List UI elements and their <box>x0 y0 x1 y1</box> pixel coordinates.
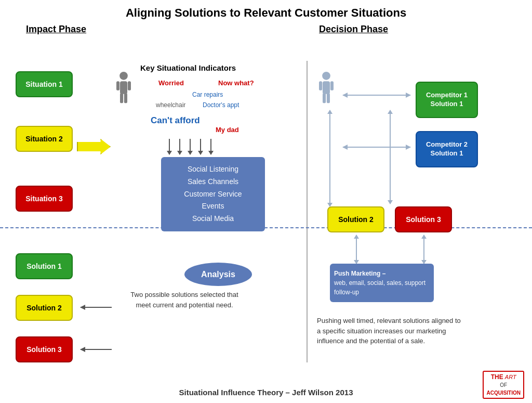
channel-events: Events <box>166 200 260 213</box>
svg-rect-5 <box>128 81 131 90</box>
main-title: Aligning Solutions to Relevant Customer … <box>0 0 532 24</box>
situation-2-box: Situation 2 <box>16 126 73 152</box>
impact-phase-header: Impact Phase <box>16 24 161 35</box>
svg-rect-2 <box>120 93 123 103</box>
solution-3-left: Solution 3 <box>16 336 73 362</box>
channel-social-media: Social Media <box>166 213 260 225</box>
solution-1-left: Solution 1 <box>16 253 73 279</box>
svg-rect-7 <box>323 81 330 94</box>
vert-arrow-sol2-push <box>356 235 357 264</box>
arrow-to-solution2 <box>81 307 112 308</box>
svg-rect-8 <box>323 93 326 103</box>
svg-rect-10 <box>319 81 322 90</box>
push-marketing-box: Push Marketing – web, email, social, sal… <box>330 264 434 302</box>
competitor-1-box: Competitor 1 Solution 1 <box>416 82 478 118</box>
dashed-line <box>0 227 532 228</box>
svg-rect-11 <box>330 81 334 90</box>
person-decision <box>317 71 336 110</box>
down-arrows <box>169 139 211 154</box>
indicator-cantafford: Can't afford <box>151 115 200 126</box>
indicator-carrepairs: Car repairs <box>192 91 223 98</box>
two-possible-text: Two possible solutions selected that mee… <box>125 290 244 310</box>
vert-arrow-right <box>390 110 391 204</box>
main-content: Situation 1 Situation 2 Situation 3 Solu… <box>0 35 532 399</box>
yellow-arrow <box>77 139 111 154</box>
arrow-competitor1 <box>343 95 410 96</box>
watermark: THE ART OF ACQUISITION <box>483 371 524 399</box>
svg-point-6 <box>322 72 330 80</box>
svg-rect-9 <box>327 93 330 103</box>
decision-phase-header: Decision Phase <box>319 24 516 35</box>
competitor-2-box: Competitor 2 Solution 1 <box>416 131 478 167</box>
key-indicators-title: Key Situational Indicators <box>140 63 236 72</box>
indicator-wheelchair: wheelchair <box>156 101 185 109</box>
svg-point-0 <box>119 72 128 80</box>
push-marketing-title: Push Marketing – <box>334 269 430 278</box>
vert-arrow-sol3-push <box>423 235 424 264</box>
channel-social-listening: Social Listening <box>166 163 260 176</box>
analysis-ellipse: Analysis <box>184 263 252 286</box>
blue-channels-box: Social Listening Sales Channels Customer… <box>161 157 265 231</box>
channel-customer-service: Customer Service <box>166 188 260 201</box>
indicator-worried: Worried <box>158 79 184 87</box>
solution-3-right: Solution 3 <box>395 206 452 232</box>
indicator-doctorappt: Doctor's appt <box>203 101 239 109</box>
situation-3-box: Situation 3 <box>16 186 73 212</box>
arrow-competitor2 <box>343 147 410 148</box>
phase-headers: Impact Phase Decision Phase <box>0 24 532 35</box>
vert-arrow-person-sol <box>329 110 330 206</box>
channel-sales: Sales Channels <box>166 176 260 188</box>
solution-2-left: Solution 2 <box>16 295 73 321</box>
push-marketing-details: web, email, social, sales, support follo… <box>334 278 430 297</box>
pushing-text: Pushing well timed, relevant solutions a… <box>317 316 462 346</box>
svg-rect-3 <box>124 93 127 103</box>
footer-text: Situational Influence Theory – Jeff Wils… <box>179 388 353 397</box>
vertical-divider <box>307 61 308 362</box>
arrow-to-solution3 <box>81 349 112 350</box>
situation-1-box: Situation 1 <box>16 71 73 97</box>
indicator-mydad: My dad <box>216 126 239 134</box>
svg-rect-1 <box>120 81 127 94</box>
indicator-nowwhat: Now what? <box>218 79 254 87</box>
person-impact <box>114 71 133 110</box>
solution-2-right: Solution 2 <box>327 206 384 232</box>
page-container: Aligning Solutions to Relevant Customer … <box>0 0 532 403</box>
svg-rect-4 <box>116 81 119 90</box>
